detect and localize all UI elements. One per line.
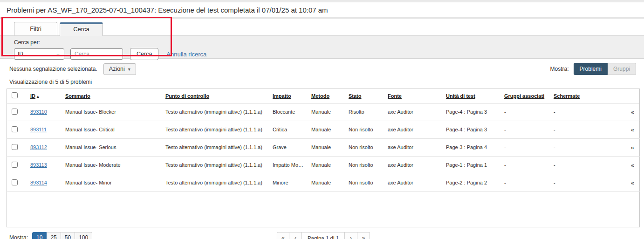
- issue-id-link[interactable]: 893110: [30, 109, 47, 115]
- cell-unita-di-test: Page-2 : Pagina 2: [443, 174, 501, 191]
- row-checkbox[interactable]: [12, 144, 18, 150]
- cell-punto-di-controllo: Testo alternativo (immagini attive) (1.1…: [163, 174, 270, 191]
- cell-fonte: axe Auditor: [385, 174, 443, 191]
- collapse-row-icon[interactable]: «: [623, 174, 640, 191]
- column-header-fonte[interactable]: Fonte: [388, 93, 402, 99]
- pagination-status: Pagina 1 di 1: [302, 232, 345, 239]
- column-header-id[interactable]: ID: [30, 93, 35, 99]
- pagination-next-button[interactable]: ›: [345, 232, 357, 239]
- cancel-search-link[interactable]: Annulla ricerca: [166, 51, 206, 58]
- cell-gruppi-associati: -: [501, 174, 551, 191]
- select-all-checkbox[interactable]: [12, 92, 18, 98]
- collapse-row-icon[interactable]: «: [623, 156, 640, 174]
- search-controls: ID ⌄ Cerca Annulla ricerca: [14, 48, 637, 60]
- column-header-collapse: [623, 89, 640, 103]
- pagination-first-button[interactable]: «: [277, 232, 289, 239]
- column-header-stato[interactable]: Stato: [349, 93, 362, 99]
- tab-bar: Filtri Cerca: [0, 19, 644, 35]
- column-header-schermate[interactable]: Schermate: [554, 93, 580, 99]
- actions-button[interactable]: Azioni ▾: [103, 63, 136, 75]
- column-header-gruppi-associati[interactable]: Gruppi associati: [504, 93, 544, 99]
- table-row: 893110 Manual Issue- Blocker Testo alter…: [7, 103, 640, 121]
- search-field-select[interactable]: ID ⌄: [14, 48, 64, 60]
- cell-schermate: -: [551, 174, 623, 191]
- cell-metodo: Manuale: [308, 174, 346, 191]
- page-size-50[interactable]: 50: [61, 232, 75, 239]
- tab-filtri-label: Filtri: [30, 25, 41, 32]
- cell-schermate: -: [551, 156, 623, 174]
- tab-cerca[interactable]: Cerca: [60, 22, 103, 36]
- pagination: « ‹ Pagina 1 di 1 › »: [277, 232, 370, 239]
- sort-ascending-icon: ▴: [37, 94, 39, 99]
- cell-impatto: Critica: [270, 121, 308, 138]
- cell-schermate: -: [551, 138, 623, 156]
- search-by-label: Cerca per:: [14, 39, 637, 46]
- issues-table: ID▴ Sommario Punto di controllo Impatto …: [7, 89, 640, 192]
- column-header-unita-di-test[interactable]: Unità di test: [446, 93, 475, 99]
- cell-impatto: Grave: [270, 138, 308, 156]
- search-input[interactable]: [70, 48, 123, 60]
- page-size-label: Mostra:: [9, 234, 28, 239]
- cell-punto-di-controllo: Testo alternativo (immagini attive) (1.1…: [163, 138, 270, 156]
- table-row: 893111 Manual Issue- Critical Testo alte…: [7, 121, 640, 138]
- search-field-selected-value: ID: [18, 51, 23, 57]
- view-toggle: Mostra: Problemi Gruppi: [550, 63, 636, 75]
- tab-filtri[interactable]: Filtri: [14, 22, 57, 35]
- collapse-row-icon[interactable]: «: [623, 121, 640, 138]
- cell-metodo: Manuale: [308, 121, 346, 138]
- column-header-sommario[interactable]: Sommario: [65, 93, 90, 99]
- cell-fonte: axe Auditor: [385, 138, 443, 156]
- collapse-row-icon[interactable]: «: [623, 103, 640, 121]
- cell-schermate: -: [551, 103, 623, 121]
- cell-schermate: -: [551, 121, 623, 138]
- row-checkbox[interactable]: [12, 179, 18, 185]
- collapse-row-icon[interactable]: «: [623, 138, 640, 156]
- row-checkbox[interactable]: [12, 162, 18, 168]
- page-size-10[interactable]: 10: [32, 232, 47, 239]
- column-header-metodo[interactable]: Metodo: [311, 93, 329, 99]
- cell-unita-di-test: Page-4 : Pagina 3: [443, 121, 501, 138]
- cell-sommario: Manual Issue- Critical: [62, 121, 163, 138]
- pagination-prev-button[interactable]: ‹: [289, 232, 302, 239]
- table-row: 893112 Manual Issue- Serious Testo alter…: [7, 138, 640, 156]
- issue-id-link[interactable]: 893111: [30, 127, 47, 132]
- cell-gruppi-associati: -: [501, 121, 551, 138]
- pagination-last-button[interactable]: »: [357, 232, 370, 239]
- cell-unita-di-test: Page-3 : Pagina 4: [443, 138, 501, 156]
- cell-metodo: Manuale: [308, 103, 346, 121]
- row-checkbox[interactable]: [12, 126, 18, 132]
- view-toggle-problemi[interactable]: Problemi: [574, 63, 608, 75]
- cell-fonte: axe Auditor: [385, 121, 443, 138]
- search-button[interactable]: Cerca: [130, 48, 158, 60]
- table-header-row: ID▴ Sommario Punto di controllo Impatto …: [7, 89, 640, 103]
- cell-metodo: Manuale: [308, 156, 346, 174]
- footer-bar: Mostra: 10 25 50 100 « ‹ Pagina 1 di 1 ›…: [9, 232, 637, 239]
- cell-impatto: Minore: [270, 174, 308, 191]
- cell-impatto: Bloccante: [270, 103, 308, 121]
- table-row: 893114 Manual Issue- Minor Testo alterna…: [7, 174, 640, 191]
- page-size-100[interactable]: 100: [75, 232, 92, 239]
- column-header-impatto[interactable]: Impatto: [273, 93, 291, 99]
- issue-id-link[interactable]: 893112: [30, 144, 47, 150]
- cell-fonte: axe Auditor: [385, 156, 443, 174]
- page-size-25[interactable]: 25: [47, 232, 61, 239]
- cell-punto-di-controllo: Testo alternativo (immagini attive) (1.1…: [163, 121, 270, 138]
- cell-stato: Non risolto: [346, 156, 385, 174]
- caret-down-icon: ▾: [128, 67, 130, 72]
- view-toggle-gruppi[interactable]: Gruppi: [608, 63, 636, 75]
- tab-cerca-label: Cerca: [73, 26, 89, 33]
- cell-sommario: Manual Issue- Blocker: [62, 103, 163, 121]
- cell-stato: Risolto: [346, 103, 385, 121]
- issue-id-link[interactable]: 893113: [30, 162, 47, 168]
- cell-stato: Non risolto: [346, 174, 385, 191]
- column-header-punto-di-controllo[interactable]: Punto di controllo: [165, 93, 209, 99]
- cell-impatto: Impatto Moderato: [270, 156, 308, 174]
- cell-punto-di-controllo: Testo alternativo (immagini attive) (1.1…: [163, 156, 270, 174]
- cell-metodo: Manuale: [308, 138, 346, 156]
- row-checkbox[interactable]: [12, 109, 18, 115]
- cell-sommario: Manual Issue- Moderate: [62, 156, 163, 174]
- issue-id-link[interactable]: 893114: [30, 180, 47, 185]
- cell-gruppi-associati: -: [501, 103, 551, 121]
- cell-sommario: Manual Issue- Minor: [62, 174, 163, 191]
- show-label: Mostra:: [550, 66, 569, 72]
